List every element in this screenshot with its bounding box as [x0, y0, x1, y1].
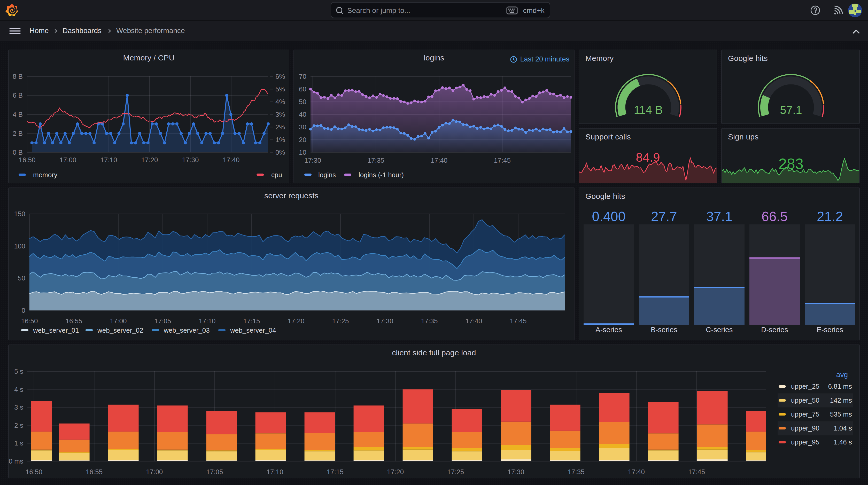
svg-text:0 B: 0 B — [13, 149, 23, 156]
svg-text:17:25: 17:25 — [332, 317, 349, 325]
svg-text:30: 30 — [299, 123, 306, 131]
svg-text:B-series: B-series — [651, 326, 677, 334]
svg-text:17:05: 17:05 — [206, 468, 223, 476]
svg-text:21.2: 21.2 — [817, 209, 843, 224]
svg-text:27.7: 27.7 — [651, 209, 677, 224]
svg-text:web_server_04: web_server_04 — [230, 326, 276, 334]
svg-text:avg: avg — [836, 370, 848, 379]
svg-text:upper_50: upper_50 — [791, 396, 819, 404]
svg-text:17:10: 17:10 — [199, 317, 215, 325]
svg-text:3%: 3% — [275, 110, 285, 118]
svg-text:84.9: 84.9 — [636, 151, 660, 164]
svg-text:17:15: 17:15 — [327, 468, 344, 476]
svg-text:4 s: 4 s — [14, 386, 23, 393]
svg-text:17:45: 17:45 — [510, 317, 526, 325]
svg-text:1 s: 1 s — [14, 439, 23, 447]
svg-text:20: 20 — [299, 136, 306, 143]
svg-text:upper_95: upper_95 — [791, 438, 819, 446]
svg-text:10: 10 — [299, 149, 306, 156]
svg-text:17:40: 17:40 — [628, 468, 645, 476]
svg-text:0: 0 — [22, 306, 25, 314]
svg-text:web_server_02: web_server_02 — [97, 326, 144, 334]
svg-text:16:55: 16:55 — [86, 468, 102, 476]
svg-text:283: 283 — [779, 155, 804, 172]
svg-text:upper_75: upper_75 — [791, 410, 819, 418]
svg-text:web_server_01: web_server_01 — [33, 326, 79, 334]
svg-text:16:50: 16:50 — [21, 317, 38, 325]
svg-text:2 s: 2 s — [14, 421, 23, 429]
svg-text:logins: logins — [318, 171, 336, 179]
svg-text:17:15: 17:15 — [243, 317, 260, 325]
svg-text:4 B: 4 B — [13, 110, 23, 118]
svg-text:C-series: C-series — [706, 326, 733, 334]
svg-text:A-series: A-series — [595, 326, 622, 334]
svg-text:5 s: 5 s — [14, 367, 23, 375]
svg-text:16:55: 16:55 — [65, 317, 82, 325]
svg-text:17:20: 17:20 — [141, 156, 158, 164]
svg-text:150: 150 — [14, 210, 25, 218]
svg-text:50: 50 — [18, 274, 25, 282]
svg-text:40: 40 — [299, 110, 306, 118]
svg-text:17:20: 17:20 — [287, 317, 304, 325]
svg-text:cpu: cpu — [271, 171, 282, 179]
svg-text:17:30: 17:30 — [182, 156, 199, 164]
svg-text:5%: 5% — [275, 85, 285, 93]
svg-text:logins (-1 hour): logins (-1 hour) — [359, 171, 404, 179]
svg-text:6.81 ms: 6.81 ms — [828, 383, 852, 390]
svg-text:17:10: 17:10 — [100, 156, 117, 164]
svg-text:37.1: 37.1 — [706, 209, 733, 224]
svg-text:upper_25: upper_25 — [791, 383, 819, 390]
svg-text:0.400: 0.400 — [592, 209, 625, 224]
svg-text:memory: memory — [33, 171, 57, 179]
svg-text:17:00: 17:00 — [110, 317, 127, 325]
svg-text:17:05: 17:05 — [154, 317, 171, 325]
svg-text:16:50: 16:50 — [26, 468, 42, 476]
svg-text:8 B: 8 B — [13, 72, 23, 80]
svg-text:E-series: E-series — [816, 326, 843, 334]
svg-text:D-series: D-series — [761, 326, 788, 334]
svg-text:1.04 s: 1.04 s — [834, 424, 852, 432]
svg-text:17:30: 17:30 — [507, 468, 524, 476]
svg-text:60: 60 — [299, 85, 306, 93]
svg-text:50: 50 — [299, 98, 306, 106]
svg-text:4%: 4% — [275, 98, 285, 106]
svg-text:57.1: 57.1 — [780, 103, 802, 116]
svg-text:17:25: 17:25 — [447, 468, 464, 476]
svg-text:17:35: 17:35 — [368, 157, 384, 164]
svg-text:2%: 2% — [275, 123, 285, 131]
svg-text:1.46 s: 1.46 s — [834, 438, 852, 446]
svg-text:17:00: 17:00 — [146, 468, 163, 476]
svg-text:6 B: 6 B — [13, 91, 23, 99]
svg-text:6%: 6% — [275, 72, 285, 80]
svg-text:17:00: 17:00 — [59, 156, 76, 164]
svg-text:114 B: 114 B — [634, 103, 663, 116]
svg-text:16:50: 16:50 — [19, 156, 35, 164]
svg-text:100: 100 — [14, 242, 25, 250]
svg-text:17:45: 17:45 — [688, 468, 705, 476]
svg-text:2 B: 2 B — [13, 130, 23, 137]
svg-text:17:35: 17:35 — [568, 468, 585, 476]
svg-text:3 s: 3 s — [14, 403, 23, 411]
svg-text:17:30: 17:30 — [304, 157, 321, 164]
svg-text:142 ms: 142 ms — [830, 396, 852, 404]
svg-text:535 ms: 535 ms — [830, 410, 852, 418]
svg-text:17:40: 17:40 — [431, 157, 447, 164]
svg-text:0 ms: 0 ms — [9, 457, 23, 465]
svg-text:0%: 0% — [275, 149, 285, 156]
svg-text:17:40: 17:40 — [223, 156, 240, 164]
svg-text:66.5: 66.5 — [762, 209, 788, 224]
svg-text:17:10: 17:10 — [267, 468, 283, 476]
svg-text:17:30: 17:30 — [376, 317, 393, 325]
svg-text:17:45: 17:45 — [494, 157, 511, 164]
svg-text:web_server_03: web_server_03 — [163, 326, 210, 334]
svg-text:70: 70 — [299, 72, 306, 80]
svg-text:upper_90: upper_90 — [791, 424, 819, 432]
svg-text:1%: 1% — [275, 136, 285, 143]
svg-text:17:35: 17:35 — [421, 317, 438, 325]
svg-text:17:20: 17:20 — [387, 468, 404, 476]
svg-text:17:40: 17:40 — [465, 317, 482, 325]
